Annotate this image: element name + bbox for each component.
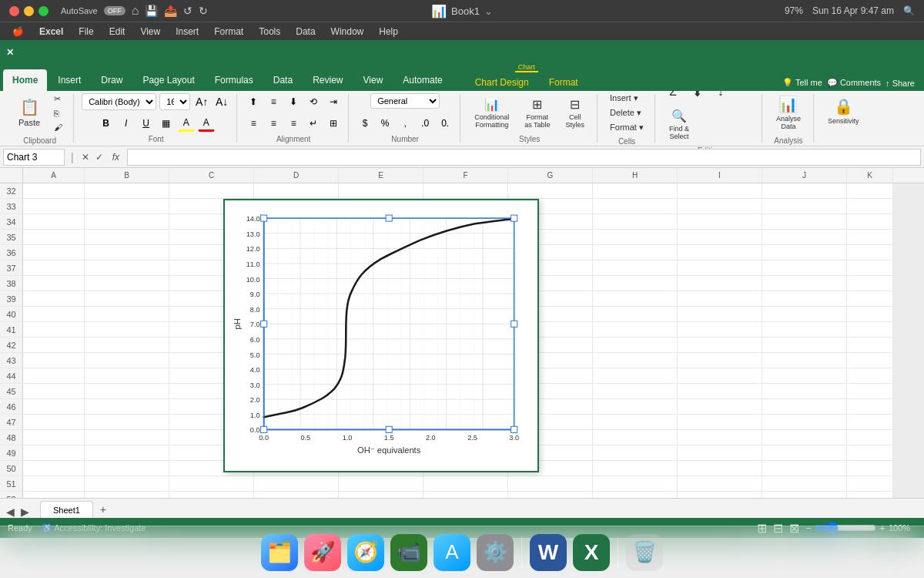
cell-I40[interactable] — [678, 307, 762, 322]
col-header-a[interactable]: A — [23, 168, 85, 183]
cell-G51[interactable] — [508, 476, 593, 492]
cell-J47[interactable] — [762, 415, 847, 430]
cell-K48[interactable] — [847, 430, 893, 445]
cell-A52[interactable] — [23, 492, 85, 498]
cell-A40[interactable] — [23, 307, 85, 322]
cell-E32[interactable] — [339, 183, 424, 199]
dock-system-prefs[interactable]: ⚙️ — [477, 534, 514, 571]
number-format-select[interactable]: General — [370, 93, 440, 109]
cell-I48[interactable] — [678, 430, 762, 445]
prev-sheet-button[interactable]: ◀ — [3, 506, 18, 518]
dock-safari[interactable]: 🧭 — [347, 534, 384, 571]
cell-B48[interactable] — [85, 430, 169, 445]
menu-tools[interactable]: Tools — [253, 25, 286, 39]
indent-button[interactable]: ⇥ — [325, 93, 342, 110]
cell-B33[interactable] — [85, 199, 169, 214]
find-select-button[interactable]: 🔍 Find &Select — [663, 106, 695, 143]
cell-H36[interactable] — [593, 245, 678, 260]
cell-J43[interactable] — [762, 353, 847, 368]
cell-A37[interactable] — [23, 260, 85, 276]
dock-facetime[interactable]: 📹 — [390, 534, 427, 571]
cell-B43[interactable] — [85, 353, 169, 368]
cell-B52[interactable] — [85, 492, 169, 498]
undo-icon[interactable]: ↺ — [183, 5, 192, 17]
cell-F52[interactable] — [424, 492, 508, 498]
cell-I36[interactable] — [678, 245, 762, 260]
cell-I35[interactable] — [678, 230, 762, 245]
col-header-i[interactable]: I — [678, 168, 762, 183]
cell-K43[interactable] — [847, 353, 893, 368]
cell-styles-button[interactable]: ⊟ CellStyles — [560, 94, 591, 132]
col-header-d[interactable]: D — [254, 168, 339, 183]
menu-excel[interactable]: Excel — [33, 25, 69, 39]
cell-A42[interactable] — [23, 338, 85, 353]
cell-H40[interactable] — [593, 307, 678, 322]
align-bottom-button[interactable]: ⬇ — [285, 93, 302, 110]
cell-I39[interactable] — [678, 291, 762, 307]
cell-D51[interactable] — [254, 476, 339, 492]
tab-page-layout[interactable]: Page Layout — [133, 69, 203, 91]
merge-button[interactable]: ⊞ — [325, 115, 342, 132]
dock-trash[interactable]: 🗑️ — [626, 534, 663, 571]
cell-A50[interactable] — [23, 461, 85, 476]
cell-K37[interactable] — [847, 260, 893, 276]
cell-I50[interactable] — [678, 461, 762, 476]
cell-J35[interactable] — [762, 230, 847, 245]
align-right-button[interactable]: ≡ — [285, 115, 302, 132]
confirm-icon[interactable]: ✓ — [94, 152, 105, 163]
col-header-f[interactable]: F — [424, 168, 508, 183]
cell-I43[interactable] — [678, 353, 762, 368]
function-icon[interactable]: fx — [108, 152, 124, 163]
dock-appstore[interactable]: A — [434, 534, 470, 571]
cell-G52[interactable] — [508, 492, 593, 498]
cell-B50[interactable] — [85, 461, 169, 476]
cell-I49[interactable] — [678, 445, 762, 461]
cell-H44[interactable] — [593, 368, 678, 384]
cell-A49[interactable] — [23, 445, 85, 461]
underline-button[interactable]: U — [138, 115, 155, 132]
save-icon[interactable]: 💾 — [145, 5, 158, 17]
tab-data[interactable]: Data — [264, 69, 302, 91]
percent-button[interactable]: % — [377, 115, 393, 132]
cell-K36[interactable] — [847, 245, 893, 260]
cell-I44[interactable] — [678, 368, 762, 384]
menu-window[interactable]: Window — [325, 25, 370, 39]
format-as-table-button[interactable]: ⊞ Formatas Table — [518, 94, 556, 132]
comments-button[interactable]: 💬 Comments — [827, 78, 881, 88]
dock-finder[interactable]: 🗂️ — [261, 534, 298, 571]
menu-insert[interactable]: Insert — [169, 25, 205, 39]
cell-G32[interactable] — [508, 183, 593, 199]
cell-K52[interactable] — [847, 492, 893, 498]
cell-A32[interactable] — [23, 183, 85, 199]
cell-J34[interactable] — [762, 214, 847, 230]
cell-B45[interactable] — [85, 384, 169, 399]
cell-H50[interactable] — [593, 461, 678, 476]
cell-K40[interactable] — [847, 307, 893, 322]
cell-K45[interactable] — [847, 384, 893, 399]
cell-B40[interactable] — [85, 307, 169, 322]
cut-button[interactable]: ✂ — [49, 92, 67, 106]
cell-J32[interactable] — [762, 183, 847, 199]
close-button[interactable] — [9, 6, 19, 16]
cell-J33[interactable] — [762, 199, 847, 214]
cell-J42[interactable] — [762, 338, 847, 353]
cell-A41[interactable] — [23, 322, 85, 338]
comma-button[interactable]: , — [397, 115, 413, 132]
cell-H47[interactable] — [593, 415, 678, 430]
font-grow-button[interactable]: A↑ — [193, 93, 210, 110]
fill-color-button[interactable]: A — [178, 115, 195, 132]
cell-A47[interactable] — [23, 415, 85, 430]
conditional-formatting-button[interactable]: 📊 ConditionalFormatting — [468, 94, 515, 132]
currency-button[interactable]: $ — [357, 115, 373, 132]
cell-C52[interactable] — [169, 492, 254, 498]
cell-B35[interactable] — [85, 230, 169, 245]
cell-E52[interactable] — [339, 492, 424, 498]
dock-excel[interactable]: X — [573, 534, 610, 571]
redo-icon[interactable]: ↻ — [199, 5, 208, 17]
cell-J50[interactable] — [762, 461, 847, 476]
cell-B49[interactable] — [85, 445, 169, 461]
cell-H43[interactable] — [593, 353, 678, 368]
cell-A45[interactable] — [23, 384, 85, 399]
cell-I52[interactable] — [678, 492, 762, 498]
cell-J44[interactable] — [762, 368, 847, 384]
